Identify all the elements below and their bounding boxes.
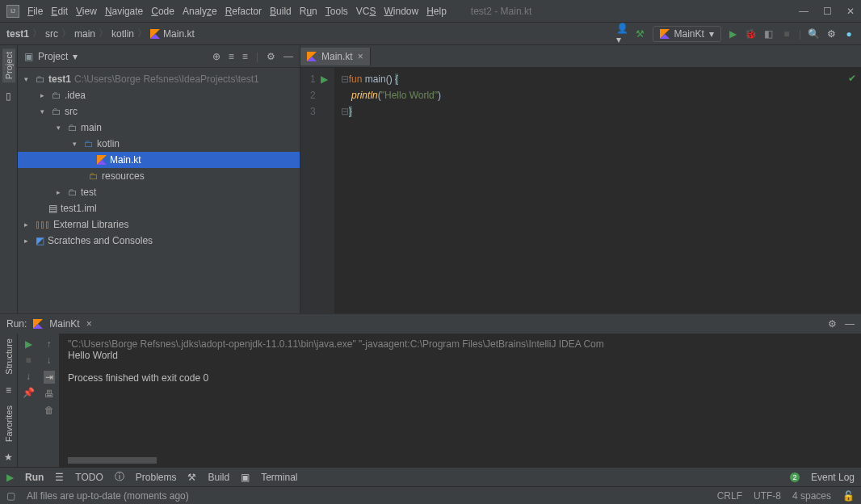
project-pane-title[interactable]: Project bbox=[38, 51, 68, 62]
tree-src[interactable]: ▾🗀 src bbox=[18, 103, 300, 120]
hide-icon[interactable]: ― bbox=[845, 318, 855, 330]
close-run-tab-icon[interactable]: × bbox=[86, 318, 92, 330]
menu-window[interactable]: Window bbox=[384, 6, 418, 17]
print-icon[interactable]: 🖶 bbox=[44, 388, 54, 400]
console-output: Hello World bbox=[68, 350, 853, 361]
run-label: Run: bbox=[6, 318, 27, 330]
debug-icon[interactable]: 🐞 bbox=[746, 28, 757, 40]
menu-navigate[interactable]: Navigate bbox=[105, 6, 143, 17]
minimize-icon[interactable]: ― bbox=[799, 6, 808, 17]
wrap-icon[interactable]: ⇥ bbox=[44, 371, 55, 384]
bottom-run[interactable]: Run bbox=[25, 472, 44, 483]
run-console[interactable]: "C:\Users\Borge Refsnes\.jdks\adopt-open… bbox=[60, 334, 861, 467]
menu-code[interactable]: Code bbox=[151, 6, 174, 17]
breadcrumb-4[interactable]: Main.kt bbox=[163, 28, 195, 40]
run-tool-icon[interactable]: ▶ bbox=[6, 472, 14, 483]
chevron-down-icon: ▾ bbox=[709, 28, 714, 40]
breadcrumb-2[interactable]: main bbox=[74, 28, 95, 40]
star-icon[interactable]: ★ bbox=[4, 452, 13, 463]
app-logo-icon: IJ bbox=[6, 5, 19, 18]
build-icon[interactable]: ⚒ bbox=[635, 28, 646, 40]
maximize-icon[interactable]: ☐ bbox=[823, 6, 832, 17]
breadcrumb-1[interactable]: src bbox=[45, 28, 58, 40]
iml-icon: ▤ bbox=[48, 203, 57, 214]
pin-icon[interactable]: 📌 bbox=[23, 387, 35, 398]
coverage-icon[interactable]: ◧ bbox=[763, 28, 775, 40]
tree-resources[interactable]: 🗀 resources bbox=[18, 168, 300, 184]
status-encoding[interactable]: UTF-8 bbox=[754, 490, 781, 502]
run-icon[interactable]: ▶ bbox=[728, 28, 739, 40]
rerun-icon[interactable]: ▶ bbox=[25, 338, 32, 350]
tool-tab-project[interactable]: Project bbox=[2, 48, 15, 82]
menu-build[interactable]: Build bbox=[270, 6, 292, 17]
chevron-down-icon[interactable]: ▾ bbox=[73, 51, 78, 62]
tree-test[interactable]: ▸🗀 test bbox=[18, 184, 300, 200]
stop-icon[interactable]: ■ bbox=[781, 28, 792, 40]
tree-kotlin[interactable]: ▾🗀 kotlin bbox=[18, 136, 300, 152]
gutter-run-icon[interactable]: ▶ bbox=[321, 71, 328, 87]
tree-extlibs[interactable]: ▸⫿⫿⫿ External Libraries bbox=[18, 216, 300, 233]
bottom-build[interactable]: Build bbox=[208, 472, 229, 483]
inspection-ok-icon[interactable]: ✔ bbox=[848, 73, 856, 84]
menu-analyze[interactable]: Analyze bbox=[183, 6, 217, 17]
breadcrumb-0[interactable]: test1 bbox=[6, 28, 29, 40]
menu-tools[interactable]: Tools bbox=[326, 6, 348, 17]
user-icon[interactable]: 👤▾ bbox=[617, 28, 628, 40]
editor-tab-mainkt[interactable]: Main.kt × bbox=[300, 48, 371, 65]
todo-icon: ☰ bbox=[55, 472, 64, 483]
breadcrumb-3[interactable]: kotlin bbox=[111, 28, 134, 40]
lock-icon[interactable]: 🔓 bbox=[842, 490, 855, 502]
line-gutter: 1 ▶ 2 3 bbox=[300, 68, 334, 313]
run-config-name[interactable]: MainKt bbox=[49, 318, 79, 330]
kotlin-file-icon bbox=[150, 29, 160, 39]
status-eol[interactable]: CRLF bbox=[717, 490, 742, 502]
gear-icon[interactable]: ⚙ bbox=[828, 318, 837, 330]
code-editor[interactable]: ⊟fun main() { println("Hello World") ⊟} bbox=[334, 68, 447, 313]
terminal-icon: ▣ bbox=[241, 472, 250, 483]
locate-icon[interactable]: ⊕ bbox=[212, 51, 220, 62]
menu-run[interactable]: Run bbox=[300, 6, 317, 17]
bottom-problems[interactable]: Problems bbox=[136, 472, 177, 483]
close-tab-icon[interactable]: × bbox=[358, 51, 363, 62]
menu-help[interactable]: Help bbox=[426, 6, 447, 17]
tree-scratch[interactable]: ▸◩ Scratches and Consoles bbox=[18, 233, 300, 249]
close-icon[interactable]: ✕ bbox=[846, 6, 855, 17]
tool-tab-structure[interactable]: Structure bbox=[2, 337, 15, 376]
down-icon[interactable]: ↓ bbox=[26, 371, 31, 382]
stop-icon[interactable]: ■ bbox=[25, 355, 31, 366]
kotlin-icon bbox=[660, 29, 670, 39]
bottom-eventlog[interactable]: Event Log bbox=[811, 472, 855, 483]
down2-icon[interactable]: ↓ bbox=[47, 355, 52, 366]
hide-icon[interactable]: ― bbox=[284, 51, 293, 62]
run-config-dropdown[interactable]: MainKt ▾ bbox=[653, 26, 721, 42]
status-icon[interactable]: ▢ bbox=[6, 490, 15, 502]
main-menu: File Edit View Navigate Code Analyze Ref… bbox=[27, 6, 447, 17]
tree-iml[interactable]: ▤ test1.iml bbox=[18, 200, 300, 216]
tree-main[interactable]: ▾🗀 main bbox=[18, 120, 300, 136]
tree-root[interactable]: ▾🗀 test1 C:\Users\Borge Refsnes\IdeaProj… bbox=[18, 71, 300, 87]
tree-mainkt[interactable]: Main.kt bbox=[18, 152, 300, 168]
horizontal-scrollbar[interactable] bbox=[68, 457, 157, 464]
trash-icon[interactable]: 🗑 bbox=[44, 405, 54, 416]
bookmark-icon[interactable]: ▯ bbox=[6, 90, 11, 102]
search-icon[interactable]: 🔍 bbox=[808, 28, 819, 40]
menu-edit[interactable]: Edit bbox=[51, 6, 68, 17]
kotlin-file-icon bbox=[307, 52, 317, 61]
tree-idea[interactable]: ▸🗀 .idea bbox=[18, 87, 300, 103]
bottom-todo[interactable]: TODO bbox=[75, 472, 103, 483]
structure-icon[interactable]: ≡ bbox=[6, 384, 11, 396]
tool-tab-favorites[interactable]: Favorites bbox=[2, 404, 15, 443]
status-indent[interactable]: 4 spaces bbox=[792, 490, 831, 502]
up-icon[interactable]: ↑ bbox=[47, 338, 52, 350]
console-cmd: "C:\Users\Borge Refsnes\.jdks\adopt-open… bbox=[68, 338, 853, 350]
collapse-icon[interactable]: ≡ bbox=[242, 51, 248, 62]
menu-view[interactable]: View bbox=[76, 6, 97, 17]
bottom-terminal[interactable]: Terminal bbox=[261, 472, 297, 483]
menu-vcs[interactable]: VCS bbox=[356, 6, 376, 17]
menu-file[interactable]: File bbox=[27, 6, 43, 17]
gear-icon[interactable]: ⚙ bbox=[267, 51, 275, 62]
expand-icon[interactable]: ≡ bbox=[229, 51, 234, 62]
circle-icon[interactable]: ● bbox=[843, 28, 855, 40]
settings-icon[interactable]: ⚙ bbox=[825, 28, 837, 40]
menu-refactor[interactable]: Refactor bbox=[225, 6, 262, 17]
